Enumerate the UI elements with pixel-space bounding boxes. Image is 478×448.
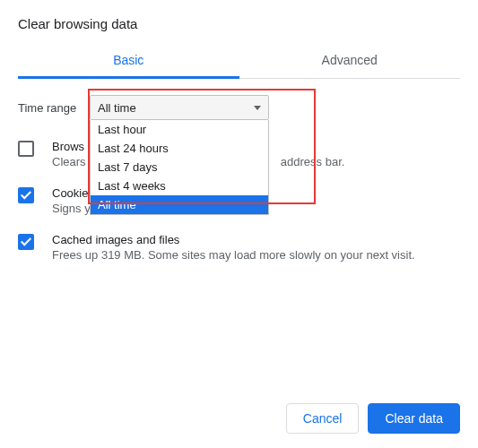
- clear-data-button[interactable]: Clear data: [368, 403, 460, 434]
- time-range-select[interactable]: All time: [90, 95, 269, 120]
- item-desc: Frees up 319 MB. Some sites may load mor…: [52, 248, 460, 262]
- option-last-hour[interactable]: Last hour: [91, 120, 268, 139]
- option-last-4-weeks[interactable]: Last 4 weeks: [91, 177, 268, 195]
- desc-right: address bar.: [281, 155, 345, 168]
- option-last-7-days[interactable]: Last 7 days: [91, 158, 268, 177]
- checkbox-cookies[interactable]: [18, 187, 34, 203]
- checkbox-cached[interactable]: [18, 234, 34, 250]
- time-range-dropdown: Last hour Last 24 hours Last 7 days Last…: [90, 120, 269, 215]
- item-text: Cached images and files Frees up 319 MB.…: [52, 233, 460, 262]
- cancel-button[interactable]: Cancel: [286, 403, 360, 434]
- time-range-select-wrap: All time Last hour Last 24 hours Last 7 …: [90, 95, 269, 120]
- chevron-down-icon: [254, 106, 261, 110]
- visible-title-part: Brows: [52, 140, 84, 153]
- tab-basic[interactable]: Basic: [18, 44, 239, 79]
- item-cached: Cached images and files Frees up 319 MB.…: [18, 233, 460, 262]
- clear-browsing-data-dialog: Clear browsing data Basic Advanced Time …: [0, 0, 478, 262]
- option-last-24-hours[interactable]: Last 24 hours: [91, 139, 268, 158]
- checkbox-browsing-history[interactable]: [18, 141, 34, 157]
- dialog-body: Time range All time Last hour Last 24 ho…: [18, 79, 460, 262]
- dialog-title: Clear browsing data: [18, 16, 460, 31]
- dialog-footer: Cancel Clear data: [286, 403, 460, 434]
- option-all-time[interactable]: All time: [91, 195, 268, 214]
- tabs: Basic Advanced: [18, 44, 460, 79]
- item-title: Cached images and files: [52, 233, 460, 246]
- time-range-row: Time range All time Last hour Last 24 ho…: [18, 95, 460, 120]
- time-range-label: Time range: [18, 101, 90, 115]
- time-range-selected-value: All time: [98, 101, 136, 115]
- desc-left: Clears: [52, 155, 86, 168]
- tab-advanced[interactable]: Advanced: [239, 44, 461, 78]
